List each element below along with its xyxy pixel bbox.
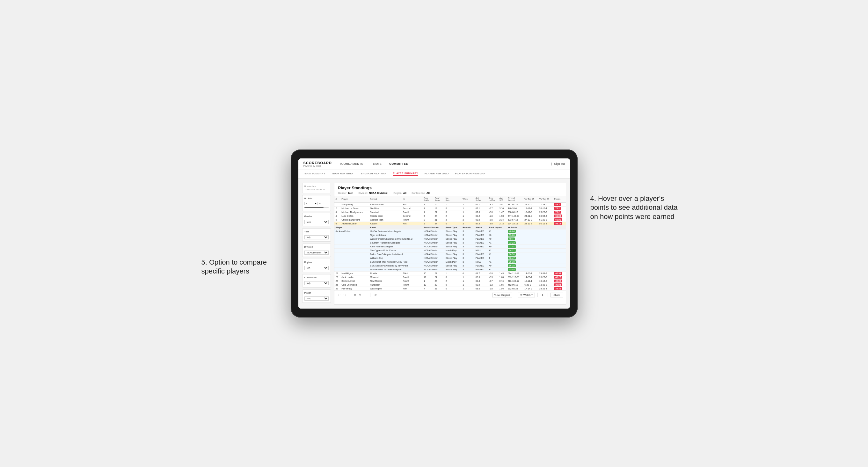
col-conf-rank: ConfRank [433, 196, 444, 203]
points-badge[interactable]: 40.58 [554, 272, 562, 275]
table-row: 3 Michael Thorbjornsen Stanford Fourth 1… [334, 210, 566, 214]
conference-filter: Conference (All) [302, 274, 331, 287]
subnav-team-h2h-grid[interactable]: TEAM H2H GRID [332, 172, 353, 176]
logo-subtitle: Powered by clippi [304, 165, 332, 167]
toolbar-divider-5 [548, 292, 548, 297]
view-button[interactable]: View: Original [492, 292, 512, 298]
table-row-highlighted: 6 Jackson Kolson Auburn First 2 27 0 2 8… [334, 222, 566, 225]
watch-button[interactable]: 👁 Watch ▾ [518, 292, 535, 298]
sign-out-link[interactable]: Sign out [554, 162, 564, 165]
player-filter: Player (All) [302, 289, 331, 303]
sub-nav: TEAM SUMMARY TEAM H2H GRID TEAM H2H HEAT… [298, 170, 570, 179]
standings-table: # Player School Yr RegRank ConfRank NoRd… [334, 196, 566, 291]
nav-links: TOURNAMENTS TEAMS COMMITTEE [338, 162, 551, 166]
subnav-player-h2h-grid[interactable]: PLAYER H2H GRID [425, 172, 449, 176]
subnav-player-summary[interactable]: PLAYER SUMMARY [393, 172, 418, 176]
gender-label: Gender [304, 215, 329, 217]
tooltip-row: Mirabel Maui Jim Intercollegiate NCAA Di… [334, 268, 566, 271]
points-badge[interactable]: 68.54 [554, 215, 562, 217]
table-row: 1 Wenyi Ding Arizona State First 1 15 1 … [334, 203, 566, 206]
tooltip-row: SEC Match Play hosted by Jerry Pate NCAA… [334, 260, 566, 263]
conference-filter-label: Conference: [411, 192, 426, 194]
player-select[interactable]: (All) [304, 297, 329, 301]
nav-committee[interactable]: COMMITTEE [388, 162, 409, 166]
download-button[interactable]: ⬇ [540, 293, 545, 297]
points-badge[interactable]: 40.02 [554, 280, 562, 282]
division-filter-label: Division: [358, 192, 368, 194]
year-filter: Year (All) [302, 228, 331, 242]
points-badge[interactable]: 58.18 [554, 222, 562, 225]
region-filter: Region N/A [302, 259, 331, 272]
conference-select[interactable]: (All) [304, 281, 329, 285]
no-rds-slider[interactable] [304, 207, 329, 208]
toolbar-divider-3 [515, 292, 515, 297]
logo-area: SCOREBOARD Powered by clippi [304, 161, 332, 167]
share-button[interactable]: Share [551, 292, 563, 298]
subnav-player-h2h-heatmap[interactable]: PLAYER H2H HEATMAP [455, 172, 486, 176]
logo-title: SCOREBOARD [304, 161, 332, 165]
table-row: 26 Petr Hruby Washington Fifth 7 23 0 1 … [334, 287, 566, 290]
annotation-left: 5. Option to compare specific players [202, 258, 278, 276]
nav-bar: SCOREBOARD Powered by clippi TOURNAMENTS… [298, 158, 570, 170]
table-container: # Player School Yr RegRank ConfRank NoRd… [334, 196, 566, 291]
no-rds-max-input[interactable] [317, 202, 327, 205]
subnav-team-h2h-heatmap[interactable]: TEAM H2H HEATMAP [359, 172, 387, 176]
year-select[interactable]: (All) [304, 235, 329, 240]
division-label: Division [304, 246, 329, 248]
col-school: School [369, 196, 402, 203]
col-no-rds: NoRds. [444, 196, 462, 203]
col-num: # [334, 196, 340, 203]
annotation-right: 4. Hover over a player's points to see a… [590, 194, 680, 222]
nav-teams[interactable]: TEAMS [370, 162, 383, 166]
bottom-toolbar: ↩ ↪ ⚙ ⧉ ··· ⏱ View: Original [334, 291, 566, 299]
points-badge[interactable]: 38.49 [554, 287, 562, 290]
tooltip-row: SEC Stroke Play hosted by Jerry Pate NCA… [334, 263, 566, 268]
col-avg-sg: AvgSG [498, 196, 506, 203]
tooltip-row: Amer An Intercollegiate NCAA Division I … [334, 245, 566, 248]
more-button[interactable]: ··· [363, 292, 368, 297]
points-badge[interactable]: 88.2 [554, 203, 561, 206]
points-badge[interactable]: 76.2 [554, 207, 561, 210]
division-filter-value: NCAA Division I [369, 192, 389, 194]
table-row: 2 Michael Le Sasso Ole Miss Second 1 18 … [334, 206, 566, 210]
region-filter-display: Region: All [393, 192, 406, 194]
table-row: 22 Ian Gilligan Florida Third 10 24 1 0 … [334, 271, 566, 275]
points-badge-highlighted[interactable]: 60.09 [554, 218, 562, 221]
col-yr: Yr [402, 196, 422, 203]
col-points: Points [553, 196, 565, 203]
tooltip-header-row: Player Event Event Division Event Type R… [334, 225, 566, 229]
tooltip-row: Jackson Kolson UNCW Seahawk Intercollegi… [334, 229, 566, 233]
tooltip-row: The Cypress Point Classic NCAA Division … [334, 248, 566, 252]
main-content: Update time: 27/01/2024 16:56:26 No Rds.… [298, 179, 570, 309]
copy-button[interactable]: ⧉ [358, 292, 363, 297]
tooltip-row: Fallen Oak Collegiate Invitational NCAA … [334, 252, 566, 256]
points-badge[interactable]: 40.27 [554, 276, 562, 279]
col-to-par: Avg.to-Par [488, 196, 498, 203]
no-rds-filter: No Rds. - [302, 195, 331, 211]
table-row: 5 Christo Lamprecht Georgia Tech Fourth … [334, 218, 566, 222]
gender-filter: Gender Men Women [302, 213, 331, 226]
gender-filter-display: Gender: Men [338, 192, 353, 194]
gender-select[interactable]: Men Women [304, 220, 329, 224]
col-vs25: Vs Top 25 [523, 196, 538, 203]
col-reg-rank: RegRank [422, 196, 433, 203]
nav-tournaments[interactable]: TOURNAMENTS [338, 162, 365, 166]
table-row: 23 Jack Lundin Missouri Fourth 11 24 0 1… [334, 275, 566, 279]
redo-button[interactable]: ↪ [342, 293, 347, 297]
region-select[interactable]: N/A [304, 266, 329, 270]
points-badge[interactable]: 39.95 [554, 283, 562, 286]
right-panel: Player Standings Gender: Men Division: N… [334, 183, 566, 305]
conference-filter-value: All [427, 192, 430, 194]
settings-button[interactable]: ⚙ [352, 292, 357, 297]
subnav-team-summary[interactable]: TEAM SUMMARY [304, 172, 326, 176]
toolbar-divider-2 [370, 292, 370, 297]
gender-filter-value: Men [348, 192, 353, 194]
clock-button[interactable]: ⏱ [373, 293, 378, 297]
division-select[interactable]: NCAA Division I [304, 251, 329, 255]
no-rds-min-input[interactable] [304, 202, 314, 205]
undo-button[interactable]: ↩ [337, 293, 342, 297]
update-time: Update time: 27/01/2024 16:56:26 [304, 185, 329, 191]
year-label: Year [304, 230, 329, 233]
points-badge[interactable]: 70.2 [554, 211, 561, 214]
player-label: Player [304, 292, 329, 294]
